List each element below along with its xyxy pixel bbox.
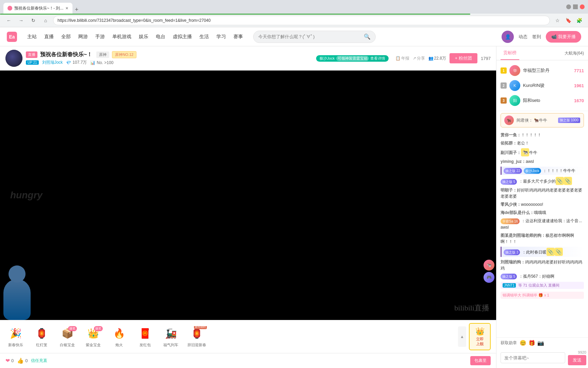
nav-radio[interactable]: 电台 (152, 32, 169, 42)
gift-item-1[interactable]: 🏮 红灯笼 (31, 326, 52, 348)
medal-name: 极沙Jock (320, 56, 335, 61)
char-count: 9920 (578, 350, 586, 354)
report-icon: 📋 (395, 56, 401, 61)
entry-badge: JNNT1 (503, 283, 516, 288)
gift-icon-0: 🎉 (8, 326, 23, 341)
fans-medal[interactable]: 极沙Jock 可领神装雷霆宝箱 查看详情 (316, 55, 389, 62)
bili-search[interactable]: 🔍 (253, 31, 376, 43)
trust-button[interactable]: 信任充直 (31, 358, 47, 364)
tab-close-button[interactable]: ✕ (65, 6, 68, 11)
chat-message-10: 图某是刘照瑞老师的狗：极恶都市啊啊啊啊！！！ (501, 232, 584, 245)
extension-icon[interactable]: 🧩 (574, 16, 584, 25)
gift-item-6[interactable]: 🚂 福气列车 (161, 326, 181, 348)
nav-mobile-game[interactable]: 手游 (92, 32, 108, 42)
chat-msg-5: 抽之版 5 ：最多大尺寸多少的📎📎 (501, 179, 572, 184)
room-actions: 📋 年报 ↗ 分享 👥 22.8万 + 粉丝团 1797 (395, 53, 491, 63)
chat-tabs: 贡献榜 大航海(64) (496, 46, 588, 60)
gift-label-3: 紫金宝盒 (86, 342, 101, 348)
immediate-label: 立即 上舰 (476, 337, 484, 347)
fans-medal-count: 1797 (481, 56, 491, 61)
nav-entertainment[interactable]: 娱乐 (135, 32, 152, 42)
back-button[interactable]: ← (4, 16, 14, 25)
close-window-button[interactable] (580, 4, 585, 9)
gift-item-4[interactable]: 🔥 炮火 (109, 326, 129, 348)
camera-chat-button[interactable]: 📷 (537, 340, 544, 346)
address-bar[interactable]: https://live.bilibili.com/7312347broadca… (53, 16, 550, 25)
nav-virtual[interactable]: 虚拟主播 (169, 32, 195, 42)
top-list: 1 华 华福型三阶丹 7711 2 K KuroRIN骏 1961 3 阳 阳和… (496, 60, 588, 111)
gift-label-6: 福气列车 (163, 342, 178, 348)
rank-info: 📊 No. >100 (90, 60, 113, 65)
heart-count: ❤ 0 (5, 357, 14, 364)
emoji-button[interactable]: 😊 (520, 340, 526, 346)
go-live-button[interactable]: 📹 我要开播 (546, 31, 581, 43)
dynamic-link[interactable]: 动态 (519, 34, 527, 40)
refresh-button[interactable]: ↻ (29, 16, 38, 25)
gift-scroll-up-button[interactable]: ▲ (458, 326, 466, 347)
new-tab-button[interactable]: + (72, 5, 81, 14)
nav-pc-game[interactable]: 单机游戏 (109, 32, 135, 42)
search-input[interactable] (258, 34, 361, 39)
year-report-btn[interactable]: 📋 年报 (395, 56, 409, 61)
gift-item-3[interactable]: 👑 紫金宝盒 爆奖 (83, 326, 103, 348)
gift-item-2[interactable]: 📦 白银宝盒 爆奖 (57, 326, 78, 348)
up-name[interactable]: 刘照瑞Jock (42, 60, 63, 65)
chat-input[interactable] (501, 352, 565, 363)
nav-online-game[interactable]: 网游 (75, 32, 91, 42)
gift-item-7[interactable]: 🏮 新年限时 辞旧迎新春 (186, 326, 207, 348)
user-avatar[interactable]: 👤 (502, 31, 514, 43)
tab-contribution[interactable]: 贡献榜 (501, 46, 519, 60)
bili-logo[interactable]: Ea (7, 32, 17, 42)
nav-life[interactable]: 生活 (196, 32, 212, 42)
yuanshen-tag: 原神NO.12 (112, 51, 136, 58)
level-badge-11: 抽之版 3 (504, 249, 520, 255)
star-icon[interactable]: ☆ (553, 16, 562, 25)
tab-favicon (7, 6, 12, 11)
share-icon: ↗ (413, 56, 416, 61)
sign-link[interactable]: 签到 (532, 34, 541, 40)
thumb-icon: 👍 (17, 357, 24, 364)
maximize-button[interactable] (573, 4, 578, 9)
search-button[interactable]: 🔍 (364, 33, 371, 40)
send-button[interactable]: 发送 (568, 355, 586, 365)
rank-selector[interactable]: 大航海(64) (565, 47, 584, 60)
bookmark-icon[interactable]: 🔖 (564, 16, 573, 25)
gift-scroll-area: 🎉 新春快乐 🏮 红灯笼 📦 白银宝盒 爆奖 👑 紫金宝盒 爆奖 (5, 326, 458, 348)
video-player[interactable]: hungry bilibili直播 (0, 71, 496, 320)
gift-button[interactable]: 🎁 (528, 340, 535, 346)
top-avatar-1[interactable]: 华 (509, 65, 520, 76)
top-avatar-2[interactable]: K (509, 80, 520, 91)
wrap-gift-button[interactable]: 包裹里 (470, 356, 491, 365)
gift-icon-6: 🚂 (163, 326, 178, 341)
bili-header: Ea 主站 直播 全部 网游 手游 单机游戏 娱乐 电台 虚拟主播 生活 学习 … (0, 27, 588, 46)
home-button[interactable]: ⌂ (41, 16, 50, 25)
rank-icon: 📊 (90, 60, 95, 65)
share-btn[interactable]: ↗ 分享 (413, 56, 425, 61)
gift-icon-1: 🏮 (34, 326, 49, 341)
minimize-button[interactable] (566, 4, 571, 9)
follow-button[interactable]: + 粉丝团 (450, 53, 477, 63)
thumb-number: 0 (25, 358, 28, 363)
chat-msg-7: 零风少侠：woooooooo! (501, 202, 543, 207)
new-year-widget: 🐂 间君侠： 🐂牛牛 抽之版 1000 (501, 113, 584, 127)
video-container: 直播 预祝各位新春快乐~！ 原神 原神NO.12 UP 21 刘照瑞Jock 💎… (0, 46, 496, 368)
gift-item-5[interactable]: 🧧 发红包 (135, 326, 155, 348)
chat-msg-6: 明朝子：好好听鸡鸡鸡鸡鸡老婆老婆老婆老婆老婆老婆 (501, 188, 582, 199)
nav-live[interactable]: 直播 (41, 32, 57, 42)
nav-study[interactable]: 学习 (213, 32, 229, 42)
get-gift-button[interactable]: 获取勋章 (501, 340, 517, 346)
nav-home[interactable]: 主站 (24, 32, 40, 42)
camera-icon: 📹 (551, 34, 557, 39)
active-tab[interactable]: 预祝各位新春快乐~！- 刘... ✕ (3, 3, 72, 14)
entry-text: 等 71 位观众加入 直播间 (518, 283, 559, 287)
forward-button[interactable]: → (16, 16, 26, 25)
streamer-avatar[interactable] (5, 50, 22, 67)
medal-banner: 极沙Jock 可领神装雷霆宝箱 查看详情 (316, 55, 389, 62)
top-avatar-3[interactable]: 阳 (509, 95, 520, 106)
nav-esports[interactable]: 赛事 (230, 32, 246, 42)
gift-item-0[interactable]: 🎉 新春快乐 (5, 326, 26, 348)
nav-all[interactable]: 全部 (58, 32, 74, 42)
immediate-box[interactable]: 👑 立即 上舰 (469, 323, 491, 350)
bilibili-watermark: bilibili直播 (454, 303, 489, 313)
chat-message-8: 海de部队是什么：哦哦哦 (501, 210, 584, 216)
